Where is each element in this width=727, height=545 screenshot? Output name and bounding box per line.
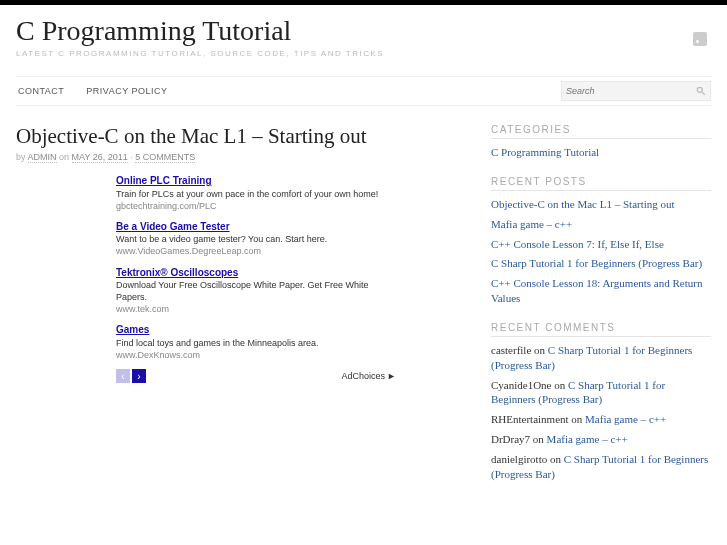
list-item: danielgirotto on C Sharp Tutorial 1 for … xyxy=(491,452,711,482)
rss-icon[interactable] xyxy=(693,32,707,46)
search-input[interactable] xyxy=(566,86,696,96)
ad-item: Games Find local toys and games in the M… xyxy=(116,323,396,361)
search-icon[interactable] xyxy=(696,86,706,96)
widget-recent-comments: RECENT COMMENTS casterfile on C Sharp Tu… xyxy=(491,322,711,482)
comment-post-link[interactable]: Mafia game – c++ xyxy=(547,433,628,445)
ad-next-button[interactable]: › xyxy=(132,369,146,383)
list-item: Objective-C on the Mac L1 – Starting out xyxy=(491,197,711,212)
comment-author: casterfile xyxy=(491,344,531,356)
widget-categories: CATEGORIES C Programming Tutorial xyxy=(491,124,711,160)
comment-author: RHEntertainment xyxy=(491,413,569,425)
ad-desc: Find local toys and games in the Minneap… xyxy=(116,337,396,349)
comment-on: on xyxy=(533,433,544,445)
comment-author: danielgirotto xyxy=(491,453,547,465)
widget-title: RECENT COMMENTS xyxy=(491,322,711,337)
post-comments-link[interactable]: 5 COMMENTS xyxy=(135,152,195,163)
list-item: casterfile on C Sharp Tutorial 1 for Beg… xyxy=(491,343,711,373)
list-item: C Sharp Tutorial 1 for Beginners (Progre… xyxy=(491,256,711,271)
sidebar: CATEGORIES C Programming Tutorial RECENT… xyxy=(491,124,711,498)
widget-recent-posts: RECENT POSTS Objective-C on the Mac L1 –… xyxy=(491,176,711,306)
ad-desc: Train for PLCs at your own pace in the c… xyxy=(116,188,396,200)
recent-post-link[interactable]: Mafia game – c++ xyxy=(491,218,572,230)
recent-post-link[interactable]: C++ Console Lesson 18: Arguments and Ret… xyxy=(491,277,702,304)
post-author[interactable]: ADMIN xyxy=(28,152,57,163)
comment-post-link[interactable]: Mafia game – c++ xyxy=(585,413,666,425)
nav-privacy-policy[interactable]: PRIVACY POLICY xyxy=(86,86,167,96)
comment-on: on xyxy=(571,413,582,425)
site-title[interactable]: C Programming Tutorial xyxy=(16,15,711,47)
adchoices-label: AdChoices xyxy=(342,370,386,382)
ad-item: Tektronix® Oscilloscopes Download Your F… xyxy=(116,266,396,316)
comment-author: DrDray7 xyxy=(491,433,530,445)
ad-title[interactable]: Be a Video Game Tester xyxy=(116,221,230,232)
post-title[interactable]: Objective-C on the Mac L1 – Starting out xyxy=(16,124,467,149)
list-item: Mafia game – c++ xyxy=(491,217,711,232)
comment-author: Cyanide1One xyxy=(491,379,551,391)
ad-url: www.DexKnows.com xyxy=(116,349,396,361)
ad-url: www.VideoGames.DegreeLeap.com xyxy=(116,245,396,257)
comment-on: on xyxy=(550,453,561,465)
recent-post-link[interactable]: Objective-C on the Mac L1 – Starting out xyxy=(491,198,675,210)
adchoices-link[interactable]: AdChoices ► xyxy=(342,370,396,382)
ad-prev-button[interactable]: ‹ xyxy=(116,369,130,383)
ad-url: gbctechtraining.com/PLC xyxy=(116,200,396,212)
ad-block: Online PLC Training Train for PLCs at yo… xyxy=(116,174,396,383)
site-subtitle: LATEST C PROGRAMMING TUTORIAL, SOURCE CO… xyxy=(16,49,711,58)
main-column: Objective-C on the Mac L1 – Starting out… xyxy=(16,124,467,498)
comment-on: on xyxy=(534,344,545,356)
list-item: C Programming Tutorial xyxy=(491,145,711,160)
list-item: DrDray7 on Mafia game – c++ xyxy=(491,432,711,447)
recent-post-link[interactable]: C Sharp Tutorial 1 for Beginners (Progre… xyxy=(491,257,702,269)
nav-bar: CONTACT PRIVACY POLICY xyxy=(16,76,711,106)
ad-title[interactable]: Online PLC Training xyxy=(116,175,212,186)
list-item: Cyanide1One on C Sharp Tutorial 1 for Be… xyxy=(491,378,711,408)
ad-title[interactable]: Tektronix® Oscilloscopes xyxy=(116,267,238,278)
comment-on: on xyxy=(554,379,565,391)
meta-sep: · xyxy=(130,152,133,162)
search-box[interactable] xyxy=(561,81,711,101)
post-date: MAY 26, 2011 xyxy=(72,152,128,163)
svg-point-0 xyxy=(697,87,702,92)
adchoices-icon: ► xyxy=(387,370,396,382)
widget-title: RECENT POSTS xyxy=(491,176,711,191)
post-meta: by ADMIN on MAY 26, 2011 · 5 COMMENTS xyxy=(16,152,467,162)
list-item: C++ Console Lesson 7: If, Else If, Else xyxy=(491,237,711,252)
meta-by: by xyxy=(16,152,26,162)
category-link[interactable]: C Programming Tutorial xyxy=(491,146,599,158)
ad-desc: Download Your Free Oscilloscope White Pa… xyxy=(116,279,396,303)
ad-item: Online PLC Training Train for PLCs at yo… xyxy=(116,174,396,212)
widget-title: CATEGORIES xyxy=(491,124,711,139)
svg-line-1 xyxy=(702,92,705,95)
ad-title[interactable]: Games xyxy=(116,324,149,335)
ad-url: www.tek.com xyxy=(116,303,396,315)
recent-post-link[interactable]: C++ Console Lesson 7: If, Else If, Else xyxy=(491,238,664,250)
nav-contact[interactable]: CONTACT xyxy=(18,86,64,96)
ad-desc: Want to be a video game tester? You can.… xyxy=(116,233,396,245)
meta-on: on xyxy=(59,152,69,162)
list-item: RHEntertainment on Mafia game – c++ xyxy=(491,412,711,427)
ad-item: Be a Video Game Tester Want to be a vide… xyxy=(116,220,396,258)
list-item: C++ Console Lesson 18: Arguments and Ret… xyxy=(491,276,711,306)
